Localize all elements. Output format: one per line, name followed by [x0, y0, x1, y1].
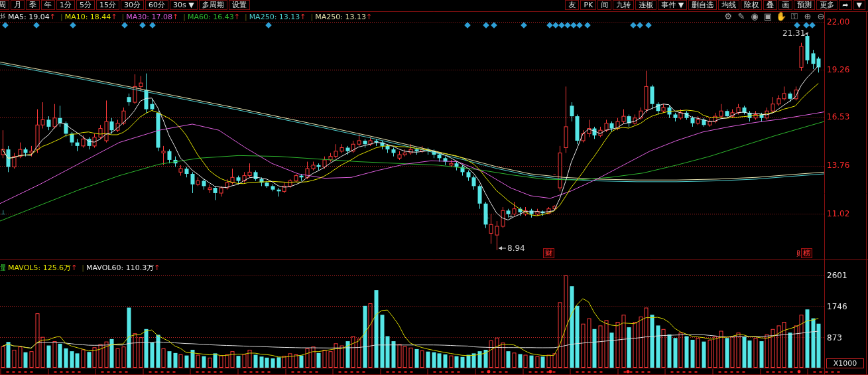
toolbar-button-更多[interactable]: 更多 — [816, 0, 837, 10]
tools-toolbar: 友PK间九转连板事件 ▼删自选均线除权叠画预测更多➦▼ — [565, 0, 867, 10]
up-arrow-icon: ↑ — [50, 13, 56, 21]
legend-text: MA30: 17.08 — [126, 13, 172, 21]
legend-separator: | — [82, 263, 84, 272]
bang-event-tag[interactable]: 榜 — [801, 248, 812, 258]
toolbar-button-周[interactable]: 周 — [0, 0, 9, 10]
chart-tool-icons: ⚙✎◉▣✋⚿⊕⊖ — [721, 11, 828, 22]
legend-separator: | — [183, 13, 186, 21]
toolbar-button-叠[interactable]: 叠 — [763, 0, 777, 10]
lock-icon[interactable]: ⚿ — [788, 11, 801, 22]
up-arrow-icon: ↑ — [71, 263, 77, 272]
cai-event-tag[interactable]: 财 — [543, 248, 554, 258]
gear-icon[interactable]: ⚙ — [721, 11, 735, 22]
price-axis-label: 11.02 — [827, 209, 849, 218]
toolbar-button-年[interactable]: 年 — [41, 0, 55, 10]
legend-item: MA60: 16.43↑ — [188, 13, 240, 21]
toolbar-button-事件 ▼[interactable]: 事件 ▼ — [658, 0, 687, 10]
price-axis-label: 22.00 — [827, 17, 849, 27]
volume-legend-prefix: 量 — [0, 263, 5, 273]
legend-text: MA10: 18.44 — [65, 13, 111, 21]
chart-marker: ⊥ — [1, 210, 6, 216]
volume-axis-label: 873 — [827, 333, 842, 342]
toolbar-button-九转[interactable]: 九转 — [613, 0, 634, 10]
legend-text: MA250: 13.13 — [249, 13, 300, 21]
chart-marker: ⊥ — [485, 214, 490, 220]
toolbar-button-30分[interactable]: 30分 — [121, 0, 144, 10]
period-toolbar: 周月季年1分5分15分30分60分30s ▼多周期设置 — [0, 0, 251, 10]
toolbar-button-删自选[interactable]: 删自选 — [688, 0, 717, 10]
up-arrow-icon: ↑ — [154, 263, 160, 272]
price-axis-label: 16.53 — [827, 112, 849, 121]
legend-item: MA250: 13.13↑ — [315, 13, 372, 21]
toolbox-icon[interactable]: ▣ — [761, 11, 775, 22]
zoom-in-icon[interactable]: ⊕ — [801, 11, 814, 22]
up-arrow-icon: ↑ — [366, 13, 372, 21]
toolbar-button-连板[interactable]: 连板 — [635, 0, 656, 10]
toolbar-button-除权[interactable]: 除权 — [741, 0, 762, 10]
toolbar-button-▼[interactable]: ▼ — [853, 0, 865, 10]
stock-chart-app: 周月季年1分5分15分30分60分30s ▼多周期设置 友PK间九转连板事件 ▼… — [0, 0, 868, 375]
toolbar-button-多周期[interactable]: 多周期 — [199, 0, 227, 10]
bang-event-tag-partial: 财 — [796, 249, 800, 259]
volume-legend: 量 MAVOL5: 125.6万↑|MAVOL60: 110.3万↑ — [0, 263, 162, 272]
legend-separator: | — [311, 13, 314, 21]
price-axis-label: 19.26 — [827, 65, 849, 74]
up-arrow-icon: ↑ — [234, 13, 240, 21]
legend-separator: | — [122, 13, 125, 21]
toolbar-button-60分[interactable]: 60分 — [145, 0, 168, 10]
up-arrow-icon: ↑ — [172, 13, 178, 21]
legend-separator: | — [245, 13, 247, 21]
toolbar-button-均线[interactable]: 均线 — [718, 0, 739, 10]
toolbar-button-友[interactable]: 友 — [565, 0, 579, 10]
low-annotation: 8.94 — [507, 244, 525, 253]
ma-legend: 均 MA5: 19.04↑|MA10: 18.44↑|MA30: 17.08↑|… — [0, 12, 375, 21]
legend-text: MAVOL5: 125.6万 — [8, 263, 71, 272]
eye-icon[interactable]: ◉ — [748, 11, 761, 22]
toolbar-button-5分[interactable]: 5分 — [76, 0, 95, 10]
legend-item: MA10: 18.44↑ — [65, 13, 117, 21]
chart-marker: + — [509, 214, 514, 220]
chart-marker: – — [553, 171, 556, 177]
toolbar-button-画[interactable]: 画 — [778, 0, 792, 10]
volume-axis-label: 1746 — [827, 302, 847, 311]
toolbar-button-季[interactable]: 季 — [26, 0, 40, 10]
zoom-out-icon[interactable]: ⊖ — [814, 11, 828, 22]
legend-text: MA250: 13.13 — [315, 13, 366, 21]
pencil-icon[interactable]: ✎ — [735, 11, 748, 22]
chart-canvas[interactable] — [0, 0, 868, 375]
legend-item: MAVOL5: 125.6万↑ — [8, 263, 77, 273]
volume-unit-label: X1000 — [826, 358, 864, 368]
legend-text: MAVOL60: 110.3万 — [86, 263, 154, 272]
hand-icon[interactable]: ✋ — [775, 11, 788, 22]
volume-axis-label: 2601 — [827, 271, 847, 280]
toolbar-button-月[interactable]: 月 — [11, 0, 25, 10]
toolbar-button-预测[interactable]: 预测 — [794, 0, 815, 10]
toolbar-button-➦[interactable]: ➦ — [839, 0, 851, 10]
legend-item: MA250: 13.13↑ — [249, 13, 306, 21]
legend-text: MA60: 16.43 — [188, 13, 234, 21]
toolbar-button-15分[interactable]: 15分 — [96, 0, 119, 10]
top-toolbar: 周月季年1分5分15分30分60分30s ▼多周期设置 友PK间九转连板事件 ▼… — [0, 0, 868, 11]
price-axis-label: 13.76 — [827, 161, 849, 170]
toolbar-button-间[interactable]: 间 — [597, 0, 611, 10]
toolbar-button-PK[interactable]: PK — [580, 0, 596, 10]
toolbar-button-设置[interactable]: 设置 — [229, 0, 250, 10]
legend-item: MA30: 17.08↑ — [126, 13, 178, 21]
up-arrow-icon: ↑ — [300, 13, 306, 21]
ma-legend-prefix: 均 — [0, 12, 5, 22]
legend-text: MA5: 19.04 — [8, 13, 50, 21]
legend-item: MAVOL60: 110.3万↑ — [86, 263, 160, 273]
high-annotation: 21.31 — [782, 29, 805, 38]
toolbar-button-1分[interactable]: 1分 — [56, 0, 75, 10]
legend-separator: | — [60, 13, 63, 21]
up-arrow-icon: ↑ — [111, 13, 117, 21]
legend-item: MA5: 19.04↑ — [8, 13, 56, 21]
toolbar-button-30s ▼[interactable]: 30s ▼ — [170, 0, 198, 10]
